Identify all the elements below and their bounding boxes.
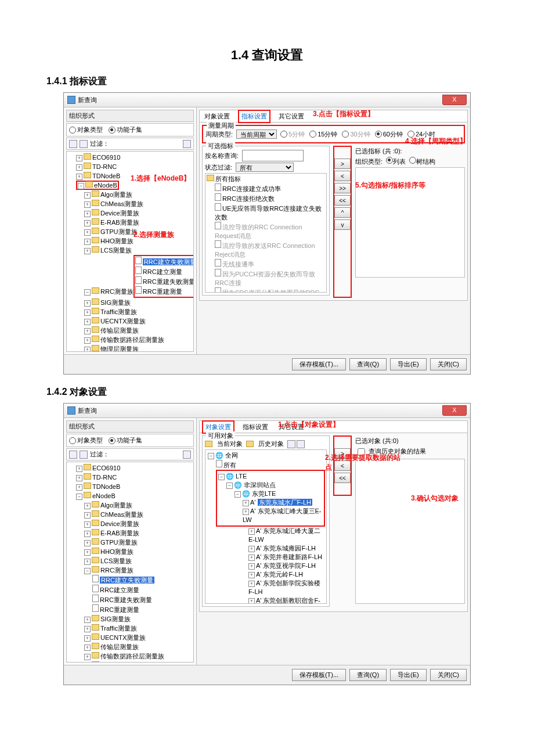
tree-item[interactable]: +Algo测量族 <box>84 501 192 510</box>
list-item[interactable]: RRC连接拒绝次数 <box>215 193 325 203</box>
tree-item[interactable]: RRC建立失败测量 <box>135 257 194 267</box>
list-item[interactable]: +A' 东莞东城雍园F-LH <box>248 544 325 553</box>
tree-item[interactable]: RRC建立失败测量 <box>92 575 192 585</box>
export-button[interactable]: 导出(E) <box>390 358 427 370</box>
app-icon <box>67 406 75 415</box>
tree-item[interactable]: RRC重建测量 <box>92 604 192 614</box>
tree-item[interactable]: +物理层测量族 <box>84 344 192 352</box>
period-radio[interactable]: 15分钟 <box>309 130 337 139</box>
tree-item[interactable]: +UECNTX测量族 <box>84 633 192 642</box>
period-type-select[interactable]: 当前周期 <box>236 129 277 139</box>
move-right[interactable]: > <box>334 159 351 169</box>
tree-item[interactable]: RRC重建失败测量 <box>92 595 192 604</box>
search-input[interactable] <box>242 150 304 161</box>
orgform-tree[interactable]: +ECO6910 +TD-RNC +TDNodeB −eNodeB +Algo测… <box>66 151 194 352</box>
list-item[interactable]: +A' 东莞元岭F-LH <box>248 570 325 579</box>
tree-item[interactable]: +物理层测量族 <box>84 661 192 663</box>
tree-item[interactable]: −RRC测量族RRC建立失败测量RRC建立测量RRC重建失败测量RRC重建测量 <box>84 255 192 298</box>
radio-objtype[interactable]: 对象类型 <box>69 125 103 134</box>
tree-item[interactable]: RRC建立测量 <box>135 267 194 276</box>
move-all-left[interactable]: << <box>334 473 351 483</box>
tree-item[interactable]: +E-RAB测量族 <box>84 218 192 227</box>
tab-indicator[interactable]: 指标设置 <box>240 422 270 433</box>
list-item[interactable]: 因为SRS资源分配失败而导致RRC连接建立 <box>215 287 325 293</box>
move-down[interactable]: v <box>334 219 351 230</box>
tree-item[interactable]: +SIG测量族 <box>84 298 192 307</box>
tree-item[interactable]: RRC建立测量 <box>92 585 192 595</box>
tree-item[interactable]: +传输数据路径层测量族 <box>84 335 192 344</box>
save-template-button[interactable]: 保存模板(T)... <box>292 358 346 370</box>
tree-item[interactable]: −RRC测量族RRC建立失败测量RRC建立测量RRC重建失败测量RRC重建测量 <box>84 566 192 614</box>
tree-item[interactable]: +GTPU测量族 <box>84 538 192 547</box>
radio-objtype[interactable]: 对象类型 <box>69 436 103 445</box>
list-item[interactable]: RRC连接建立成功率 <box>215 183 325 193</box>
object-tree[interactable]: −🌐 全网 所有 −🌐 LTE −🌐 非深圳站点 <box>205 449 327 604</box>
hist-obj-tab[interactable]: 历史对象 <box>258 440 284 448</box>
move-all-right[interactable]: >> <box>334 183 351 193</box>
list-item[interactable]: +A' 东莞亚视学院F-LH <box>248 561 325 570</box>
list-item[interactable]: +A' 东莞创新学院实验楼F-LH <box>248 579 325 596</box>
radio-funcset[interactable]: 功能子集 <box>109 125 142 134</box>
tree-item[interactable]: RRC重建失败测量 <box>135 276 194 286</box>
query-button[interactable]: 查询(Q) <box>349 669 387 681</box>
list-item[interactable]: 无线接通率 <box>215 259 325 269</box>
tree-item[interactable]: +ChMeas测量族 <box>84 510 192 519</box>
tree-item[interactable]: +Device测量族 <box>84 519 192 528</box>
refresh-icon[interactable] <box>297 440 305 448</box>
tree-item[interactable]: +Traffic测量族 <box>84 624 192 633</box>
collapse-icon[interactable] <box>80 140 88 148</box>
close-button[interactable]: 关闭(C) <box>430 669 467 681</box>
tree-item[interactable]: +UECNTX测量族 <box>84 316 192 326</box>
tree-item[interactable]: +Algo测量族 <box>84 190 192 199</box>
tab-indicator[interactable]: 指标设置 <box>238 110 270 123</box>
list-item[interactable]: +A' 东莞井巷建新路F-LH <box>248 553 325 561</box>
move-left[interactable]: < <box>334 171 351 181</box>
period-radio[interactable]: 60分钟 <box>375 130 403 139</box>
list-item[interactable]: 流控导致的发送RRC Connection Reject消息 <box>215 240 325 259</box>
list-item[interactable]: 因为PUCCH资源分配失败而导致RRC连接 <box>215 269 325 287</box>
filter-icon[interactable] <box>183 451 191 459</box>
tree-item[interactable]: +HHO测量族 <box>84 547 192 556</box>
available-list[interactable]: 所有指标 RRC连接建立成功率RRC连接拒绝次数UE无应答而导致RRC连接建立失… <box>205 173 327 293</box>
tree-item[interactable]: +传输层测量族 <box>84 326 192 335</box>
period-radio[interactable]: 30分钟 <box>342 130 370 139</box>
radio-list[interactable]: 列表 <box>386 157 406 166</box>
tree-item[interactable]: +SIG测量族 <box>84 614 192 624</box>
tree-item[interactable]: +E-RAB测量族 <box>84 528 192 538</box>
expand-icon[interactable] <box>69 451 77 459</box>
cur-obj-tab[interactable]: 当前对象 <box>217 440 243 448</box>
close-button[interactable]: 关闭(C) <box>430 358 467 370</box>
collapse-icon[interactable] <box>80 451 88 459</box>
tab-other[interactable]: 其它设置 <box>276 111 306 122</box>
tree-item[interactable]: +传输层测量族 <box>84 642 192 651</box>
filter-label: 过滤： <box>90 139 109 148</box>
selected-obj-list[interactable] <box>355 459 465 604</box>
period-radio[interactable]: 5分钟 <box>280 130 305 139</box>
export-button[interactable]: 导出(E) <box>390 669 427 681</box>
tree-item[interactable]: +ChMeas测量族 <box>84 199 192 208</box>
move-up[interactable]: ^ <box>334 207 351 218</box>
close-icon[interactable]: X <box>442 405 467 416</box>
query-button[interactable]: 查询(Q) <box>349 358 387 370</box>
close-icon[interactable]: X <box>442 95 467 105</box>
tree-item[interactable]: +传输数据路径层测量族 <box>84 651 192 661</box>
status-filter[interactable]: 所有 <box>236 163 294 172</box>
orgform-tree[interactable]: +ECO6910 +TD-RNC +TDNodeB −eNodeB +Algo测… <box>66 462 194 663</box>
list-item[interactable]: +A' 东莞东城汇峰大厦二E-LW <box>248 527 325 544</box>
tree-item[interactable]: +LCS测量族 <box>84 246 192 255</box>
move-all-left[interactable]: << <box>334 195 351 206</box>
list-item[interactable]: UE无应答而导致RRC连接建立失败次数 <box>215 203 325 222</box>
tree-item[interactable]: +Device测量族 <box>84 208 192 218</box>
tab-object[interactable]: 对象设置 <box>202 111 232 122</box>
list-item[interactable]: 流控导致的RRC Connection Request消息 <box>215 222 325 240</box>
tree-item[interactable]: +Traffic测量族 <box>84 307 192 316</box>
radio-funcset[interactable]: 功能子集 <box>109 436 142 445</box>
tree-item[interactable]: +LCS测量族 <box>84 556 192 566</box>
tree-item[interactable]: RRC重建测量 <box>135 286 194 296</box>
expand-icon[interactable] <box>69 140 77 148</box>
radio-tree[interactable]: 树结构 <box>409 157 435 166</box>
search-icon[interactable] <box>287 440 295 448</box>
save-template-button[interactable]: 保存模板(T)... <box>292 669 346 681</box>
list-item[interactable]: +A' 东莞创新教职宿舍F-LH <box>248 596 325 604</box>
filter-icon[interactable] <box>183 140 191 148</box>
